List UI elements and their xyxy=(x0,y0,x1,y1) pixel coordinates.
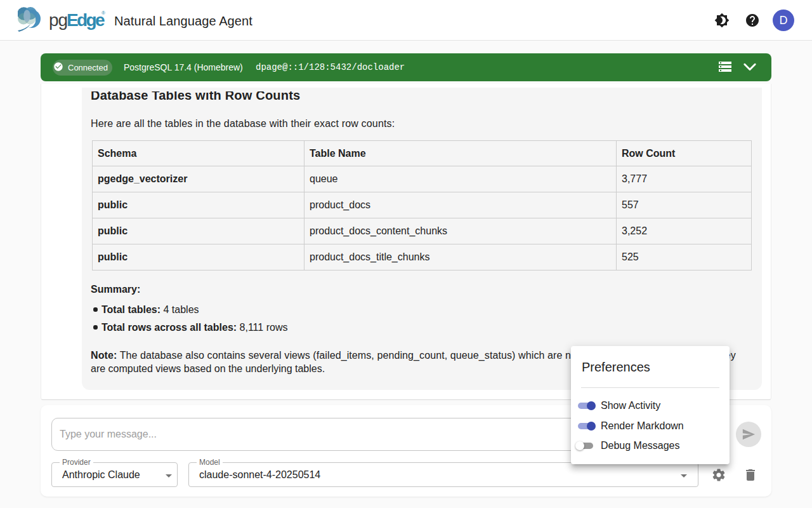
svg-text:®: ® xyxy=(102,10,105,16)
svg-text:pg: pg xyxy=(49,10,67,30)
svg-text:Edge: Edge xyxy=(67,10,105,30)
